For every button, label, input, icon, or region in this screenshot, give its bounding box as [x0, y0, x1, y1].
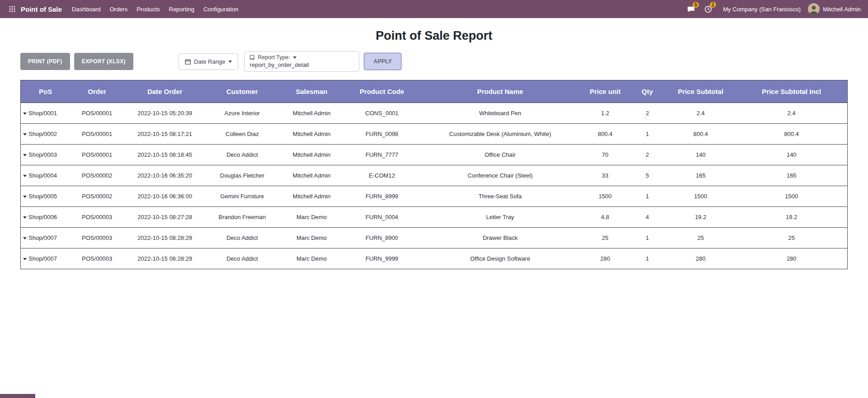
pos-expand-cell[interactable]: Shop/0001: [21, 103, 71, 124]
table-row: Shop/0006POS/000032022-10-15 08:27:28Bra…: [21, 207, 848, 228]
column-header: Price unit: [581, 80, 629, 103]
table-cell: 25: [736, 228, 848, 248]
table-cell: Mitchell Admin: [278, 103, 344, 124]
nav-item-orders[interactable]: Orders: [105, 1, 132, 18]
table-cell: Marc Demo: [278, 207, 344, 228]
table-cell: 800.4: [665, 124, 736, 145]
activities-badge: 1: [710, 2, 717, 8]
table-cell: 4.8: [581, 207, 629, 228]
table-cell: 1: [629, 186, 665, 207]
apps-menu-icon[interactable]: [5, 2, 19, 16]
table-cell: 2.4: [736, 103, 848, 124]
top-navbar: Point of Sale DashboardOrdersProductsRep…: [0, 0, 868, 18]
pos-expand-cell[interactable]: Shop/0005: [21, 186, 71, 207]
table-cell: Office Chair: [419, 145, 581, 165]
table-cell: Marc Demo: [278, 248, 344, 269]
toolbar: PRINT (PDF) EXPORT (XLSX) Date Range Rep…: [20, 51, 848, 72]
column-header: Salesman: [278, 80, 344, 103]
main-content: Point of Sale Report PRINT (PDF) EXPORT …: [0, 29, 868, 269]
table-cell: 2.4: [665, 103, 736, 124]
report-table: PoSOrderDate OrderCustomerSalesmanProduc…: [20, 80, 848, 269]
user-menu[interactable]: Mitchell Admin: [808, 3, 863, 15]
pos-expand-cell[interactable]: Shop/0007: [21, 248, 71, 269]
table-body: Shop/0001POS/000012022-10-15 05:20:39Azu…: [21, 103, 848, 269]
nav-item-dashboard[interactable]: Dashboard: [67, 1, 105, 18]
print-pdf-button[interactable]: PRINT (PDF): [20, 53, 70, 70]
table-cell: E-COM12: [344, 165, 419, 186]
table-cell: Brandon Freeman: [206, 207, 278, 228]
apply-button[interactable]: APPLY: [364, 53, 401, 70]
caret-down-icon: [23, 258, 27, 260]
report-type-value: report_by_order_detail: [250, 61, 354, 68]
table-cell: 280: [736, 248, 848, 269]
pos-expand-cell[interactable]: Shop/0007: [21, 228, 71, 248]
table-cell: FURN_0004: [344, 207, 419, 228]
date-range-dropdown[interactable]: Date Range: [179, 53, 238, 70]
table-cell: POS/00001: [70, 145, 124, 165]
table-cell: 2022-10-15 08:18:45: [124, 145, 206, 165]
table-cell: 2022-10-15 08:28:29: [124, 248, 206, 269]
table-cell: Conference Chair (Steel): [419, 165, 581, 186]
table-cell: 2022-10-15 08:28:29: [124, 228, 206, 248]
nav-item-reporting[interactable]: Reporting: [165, 1, 199, 18]
table-cell: 1500: [581, 186, 629, 207]
table-cell: 1: [629, 124, 665, 145]
table-cell: 800.4: [736, 124, 848, 145]
avatar: [808, 3, 820, 15]
messages-icon[interactable]: 5: [683, 1, 698, 17]
nav-item-products[interactable]: Products: [132, 1, 164, 18]
column-header: Order: [70, 80, 124, 103]
table-cell: 165: [736, 165, 848, 186]
table-cell: FURN_9999: [344, 248, 419, 269]
table-cell: 2022-10-16 06:35:20: [124, 165, 206, 186]
table-cell: 140: [736, 145, 848, 165]
pos-expand-cell[interactable]: Shop/0002: [21, 124, 71, 145]
report-type-dropdown[interactable]: Report Type: report_by_order_detail: [244, 51, 359, 72]
app-brand[interactable]: Point of Sale: [19, 5, 67, 13]
grid-icon: [9, 6, 15, 12]
table-cell: Gemini Furniture: [206, 186, 278, 207]
table-cell: 280: [581, 248, 629, 269]
table-cell: Whiteboard Pen: [419, 103, 581, 124]
table-cell: POS/00002: [70, 165, 124, 186]
table-cell: FURN_0098: [344, 124, 419, 145]
table-cell: Three-Seat Sofa: [419, 186, 581, 207]
table-row: Shop/0001POS/000012022-10-15 05:20:39Azu…: [21, 103, 848, 124]
pos-expand-cell[interactable]: Shop/0003: [21, 145, 71, 165]
table-cell: Marc Demo: [278, 228, 344, 248]
nav-item-configuration[interactable]: Configuration: [199, 1, 243, 18]
caret-down-icon: [23, 154, 27, 156]
table-cell: Azure Interior: [206, 103, 278, 124]
table-cell: 25: [581, 228, 629, 248]
chevron-down-icon: [293, 56, 297, 59]
user-name: Mitchell Admin: [823, 6, 861, 13]
table-cell: 4: [629, 207, 665, 228]
caret-down-icon: [23, 175, 27, 177]
table-row: Shop/0007POS/000032022-10-15 08:28:29Dec…: [21, 228, 848, 248]
export-xlsx-button[interactable]: EXPORT (XLSX): [74, 53, 133, 70]
activities-icon[interactable]: 1: [700, 1, 716, 17]
book-icon: [250, 55, 255, 60]
table-cell: POS/00003: [70, 248, 124, 269]
caret-down-icon: [23, 196, 27, 198]
column-header: PoS: [21, 80, 71, 103]
table-row: Shop/0003POS/000012022-10-15 08:18:45Dec…: [21, 145, 848, 165]
table-cell: 19.2: [665, 207, 736, 228]
table-row: Shop/0004POS/000022022-10-16 06:35:20Dou…: [21, 165, 848, 186]
chevron-down-icon: [228, 61, 232, 63]
nav-right: 5 1 My Company (San Francisco) Mitchell …: [683, 1, 863, 17]
table-cell: FURN_8999: [344, 186, 419, 207]
pos-expand-cell[interactable]: Shop/0006: [21, 207, 71, 228]
table-cell: Deco Addict: [206, 145, 278, 165]
table-cell: Office Design Software: [419, 248, 581, 269]
table-cell: Mitchell Admin: [278, 124, 344, 145]
table-cell: Drawer Black: [419, 228, 581, 248]
report-type-label: Report Type:: [258, 54, 290, 61]
company-switcher[interactable]: My Company (San Francisco): [717, 6, 806, 13]
table-cell: 1: [629, 248, 665, 269]
caret-down-icon: [23, 237, 27, 239]
table-row: Shop/0002POS/000012022-10-15 08:17:21Col…: [21, 124, 848, 145]
pos-expand-cell[interactable]: Shop/0004: [21, 165, 71, 186]
report-type-header: Report Type:: [250, 54, 354, 61]
table-cell: POS/00001: [70, 103, 124, 124]
